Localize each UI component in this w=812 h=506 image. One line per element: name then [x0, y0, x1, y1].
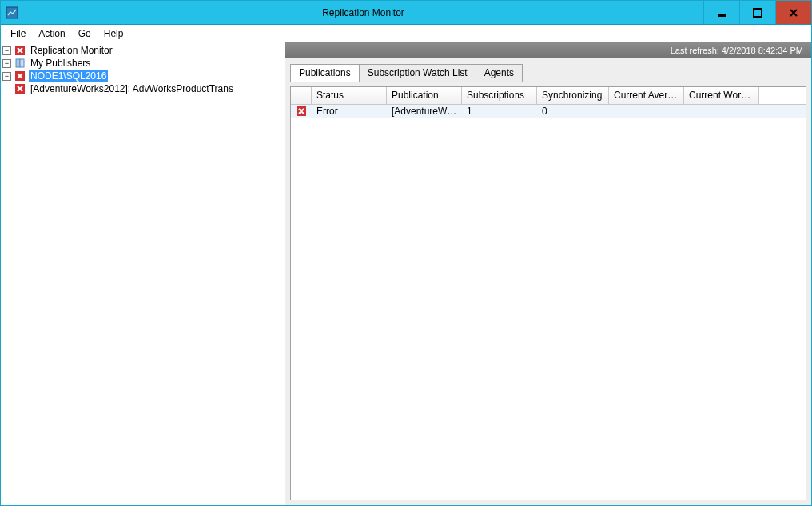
tabs: Publications Subscription Watch List Age… — [290, 63, 806, 82]
svg-rect-4 — [16, 59, 20, 67]
cell-status: Error — [312, 106, 387, 117]
cell-subscriptions: 1 — [462, 106, 537, 117]
row-status-error-icon — [291, 105, 312, 118]
app-icon — [1, 1, 23, 24]
menu-go[interactable]: Go — [72, 26, 98, 41]
tree-label-root: Replication Monitor — [29, 44, 114, 57]
column-header-icon[interactable] — [291, 87, 312, 104]
close-button[interactable] — [775, 1, 811, 24]
expander-icon[interactable]: − — [2, 72, 11, 81]
grid-body: Error [AdventureWo... 1 0 — [291, 105, 806, 500]
publishers-folder-icon — [14, 57, 26, 70]
menu-bar: File Action Go Help — [1, 25, 811, 42]
cell-publication: [AdventureWo... — [387, 106, 462, 117]
tab-subscription-watch-list[interactable]: Subscription Watch List — [359, 64, 476, 82]
column-header-current-average[interactable]: Current Averag... — [609, 87, 684, 104]
column-header-current-worst[interactable]: Current Worst ... — [684, 87, 759, 104]
window-title: Replication Monitor — [23, 1, 703, 24]
maximize-button[interactable] — [739, 1, 775, 24]
publications-grid: Status Publication Subscriptions Synchro… — [290, 86, 806, 500]
tree-node-root[interactable]: − Replication Monitor — [2, 44, 283, 57]
column-header-status[interactable]: Status — [312, 87, 387, 104]
menu-file[interactable]: File — [4, 26, 32, 41]
window-buttons — [703, 1, 811, 24]
svg-rect-5 — [20, 59, 24, 67]
menu-action[interactable]: Action — [32, 26, 71, 41]
tree-label-publication: [AdventureWorks2012]: AdvWorksProductTra… — [29, 82, 235, 95]
column-header-synchronizing[interactable]: Synchronizing — [537, 87, 609, 104]
svg-rect-2 — [754, 9, 762, 17]
tree-node-my-publishers[interactable]: − My Publishers — [2, 57, 283, 70]
client-area: − Replication Monitor − — [1, 42, 811, 505]
right-pane: Last refresh: 4/2/2018 8:42:34 PM Public… — [285, 42, 811, 505]
tab-publications[interactable]: Publications — [290, 64, 360, 82]
column-header-publication[interactable]: Publication — [387, 87, 462, 104]
tree-label-instance: NODE1\SQL2016 — [29, 70, 108, 82]
tree-node-instance[interactable]: − NODE1\SQL2016 — [2, 70, 283, 82]
expander-icon[interactable]: − — [2, 46, 11, 55]
instance-error-icon — [14, 70, 26, 82]
replication-monitor-error-icon — [14, 44, 26, 57]
tree-label-publishers: My Publishers — [29, 57, 92, 70]
column-header-subscriptions[interactable]: Subscriptions — [462, 87, 537, 104]
grid-header: Status Publication Subscriptions Synchro… — [291, 87, 806, 105]
minimize-button[interactable] — [703, 1, 739, 24]
window: Replication Monitor File Action Go Help — [0, 0, 812, 506]
cell-synchronizing: 0 — [537, 106, 609, 117]
tabs-area: Publications Subscription Watch List Age… — [285, 58, 811, 86]
menu-help[interactable]: Help — [98, 26, 130, 41]
tree-node-publication[interactable]: [AdventureWorks2012]: AdvWorksProductTra… — [2, 82, 283, 95]
tree-pane: − Replication Monitor − — [1, 42, 285, 505]
titlebar: Replication Monitor — [1, 1, 811, 25]
tab-agents[interactable]: Agents — [476, 64, 523, 82]
last-refresh-bar: Last refresh: 4/2/2018 8:42:34 PM — [285, 42, 811, 58]
last-refresh-label: Last refresh: 4/2/2018 8:42:34 PM — [671, 46, 803, 55]
svg-rect-1 — [718, 14, 726, 17]
expander-icon[interactable]: − — [2, 59, 11, 68]
table-row[interactable]: Error [AdventureWo... 1 0 — [291, 105, 806, 118]
publication-error-icon — [14, 82, 26, 95]
